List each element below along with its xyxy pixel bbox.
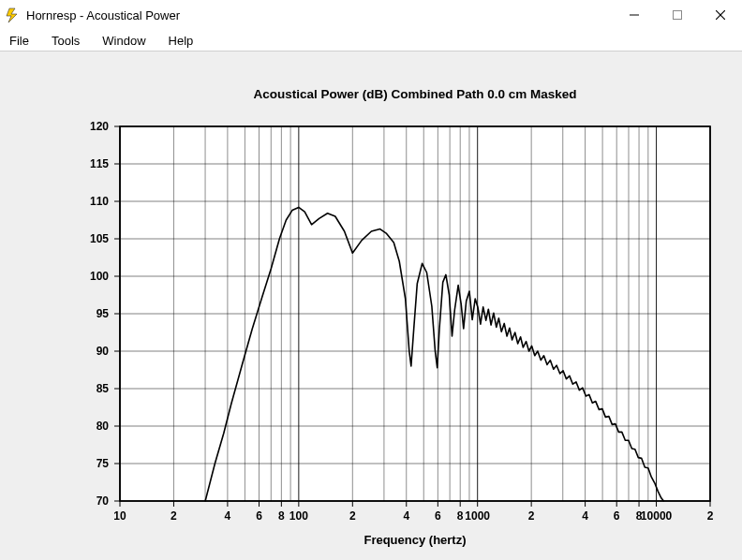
app-window: Hornresp - Acoustical Power File Tools W… — [0, 0, 742, 560]
svg-text:2: 2 — [171, 509, 177, 523]
svg-text:6: 6 — [256, 509, 262, 523]
menu-tools[interactable]: Tools — [48, 32, 83, 50]
svg-text:Acoustical Power (dB)    Combi: Acoustical Power (dB) Combined Path 0.0 … — [253, 87, 576, 101]
svg-rect-2 — [674, 11, 682, 20]
svg-text:Frequency (hertz): Frequency (hertz) — [364, 533, 466, 547]
title-bar: Hornresp - Acoustical Power — [0, 0, 742, 30]
content-area: Acoustical Power (dB) Combined Path 0.0 … — [0, 51, 742, 560]
svg-text:6: 6 — [435, 509, 441, 523]
svg-text:8: 8 — [457, 509, 464, 523]
svg-text:2: 2 — [707, 509, 714, 523]
svg-text:4: 4 — [582, 509, 588, 523]
svg-text:70: 70 — [96, 494, 110, 508]
maximize-icon — [673, 10, 682, 20]
minimize-button[interactable] — [613, 0, 656, 30]
maximize-button[interactable] — [656, 0, 699, 30]
svg-text:105: 105 — [90, 232, 109, 245]
svg-text:4: 4 — [403, 509, 409, 523]
svg-text:120: 120 — [90, 120, 109, 133]
svg-marker-0 — [7, 8, 17, 22]
svg-text:115: 115 — [90, 157, 109, 170]
app-icon — [6, 7, 21, 22]
menu-help[interactable]: Help — [165, 32, 198, 50]
svg-text:10: 10 — [113, 509, 126, 523]
menu-file[interactable]: File — [6, 32, 33, 50]
svg-text:110: 110 — [90, 195, 109, 208]
svg-text:90: 90 — [96, 345, 110, 358]
svg-text:2: 2 — [528, 509, 535, 523]
svg-text:2: 2 — [349, 509, 356, 523]
svg-text:85: 85 — [96, 382, 110, 395]
svg-text:4: 4 — [225, 509, 231, 523]
svg-text:8: 8 — [278, 509, 285, 523]
svg-text:1000: 1000 — [465, 509, 490, 523]
svg-text:6: 6 — [614, 509, 620, 523]
menu-bar: File Tools Window Help — [0, 30, 742, 51]
close-icon — [716, 10, 725, 20]
chart-plot: Acoustical Power (dB) Combined Path 0.0 … — [7, 61, 735, 552]
chart-container: Acoustical Power (dB) Combined Path 0.0 … — [7, 61, 735, 551]
svg-text:10000: 10000 — [641, 509, 673, 523]
svg-text:80: 80 — [96, 420, 110, 433]
svg-text:100: 100 — [289, 509, 308, 523]
menu-window[interactable]: Window — [98, 32, 149, 50]
minimize-icon — [630, 10, 639, 20]
svg-text:75: 75 — [96, 457, 110, 470]
svg-text:95: 95 — [96, 307, 110, 320]
window-title: Hornresp - Acoustical Power — [26, 8, 180, 22]
close-button[interactable] — [699, 0, 742, 30]
svg-text:100: 100 — [90, 270, 109, 283]
